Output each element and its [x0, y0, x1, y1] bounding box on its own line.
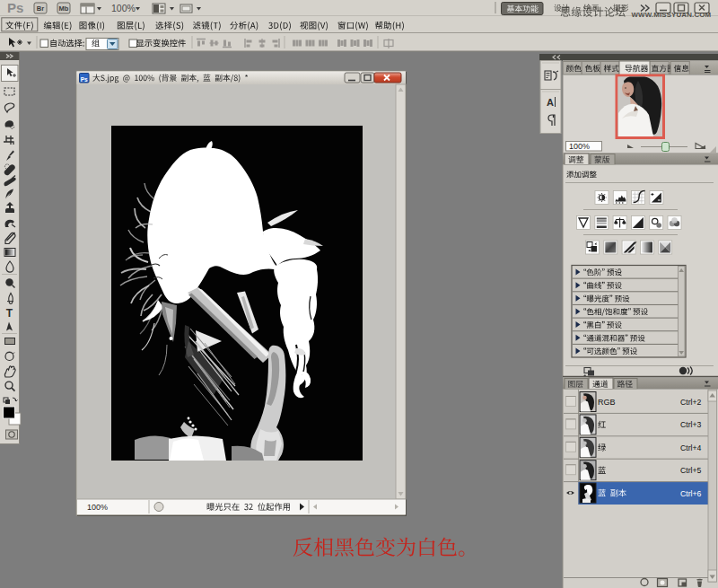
svg-text:A: A	[547, 97, 554, 108]
svg-text:Ctrl+5: Ctrl+5	[680, 466, 702, 475]
svg-text:Ctrl+4: Ctrl+4	[680, 443, 702, 452]
svg-text:Ctrl+6: Ctrl+6	[680, 489, 702, 498]
svg-text:100%: 100%	[111, 3, 136, 13]
svg-text:WWW.MISSYUAN.COM: WWW.MISSYUAN.COM	[632, 11, 712, 19]
svg-text:100%: 100%	[569, 142, 590, 151]
svg-text:Ctrl+3: Ctrl+3	[680, 420, 702, 429]
svg-text:Br: Br	[37, 4, 44, 13]
svg-text:Ps: Ps	[81, 76, 88, 83]
svg-text:Ctrl+2: Ctrl+2	[680, 398, 702, 407]
svg-text:Ps: Ps	[7, 0, 23, 15]
svg-text:T: T	[6, 307, 13, 320]
svg-text:RGB: RGB	[598, 398, 616, 407]
svg-text:100%: 100%	[87, 503, 108, 512]
svg-text:Mb: Mb	[59, 4, 69, 13]
